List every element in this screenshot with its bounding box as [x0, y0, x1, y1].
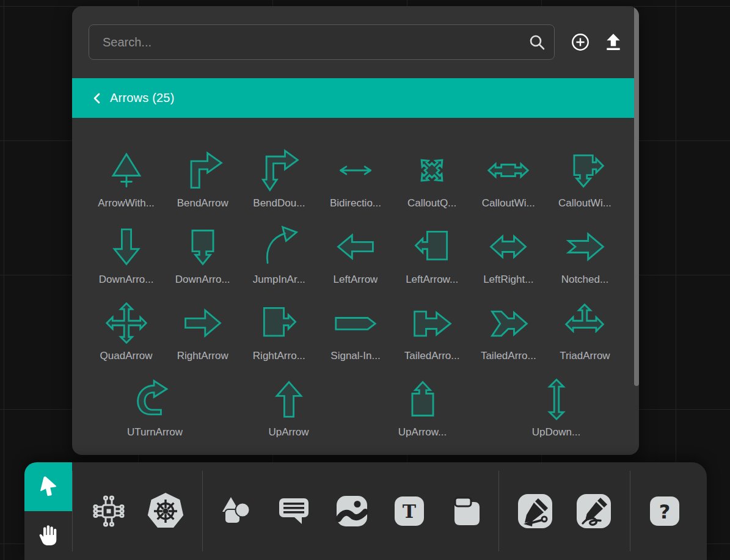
shape-item[interactable]: DownArro... [88, 225, 164, 286]
panel-scrollbar[interactable] [634, 6, 639, 386]
bend-double-arrow-icon [257, 148, 301, 192]
kubernetes-icon [146, 492, 185, 531]
shape-item[interactable]: UpDown... [518, 377, 594, 438]
shape-item[interactable]: BendArrow [164, 148, 241, 209]
search-icon [528, 33, 546, 51]
image-tool-button[interactable] [335, 494, 369, 528]
shape-label: DownArro... [175, 274, 230, 286]
shape-item[interactable]: CalloutQ... [394, 148, 470, 209]
shape-label: DownArro... [99, 274, 154, 286]
shape-item[interactable]: Notched... [547, 225, 623, 286]
up-arrow-icon [267, 377, 311, 421]
shape-grid: ArrowWith...BendArrowBendDou...Bidirecti… [72, 118, 639, 454]
shape-label: Bidirectio... [330, 197, 381, 209]
upload-icon[interactable] [604, 32, 623, 52]
hand-icon [36, 523, 60, 548]
help-tool-button[interactable]: ? [649, 495, 681, 527]
svg-text:T: T [403, 501, 417, 522]
arrow-with-tail-icon [104, 148, 148, 192]
note-tool-button[interactable] [450, 495, 483, 528]
shape-label: Notched... [561, 274, 609, 286]
circuit-tool-button[interactable] [90, 492, 128, 530]
triad-arrow-icon [563, 301, 607, 345]
category-header[interactable]: Arrows (25) [72, 78, 639, 118]
shape-item[interactable]: LeftRight... [470, 225, 547, 286]
right-arrow-callout-icon [257, 301, 301, 345]
text-tool-button[interactable]: T [393, 495, 425, 527]
bottom-toolbar: T? [24, 462, 707, 560]
shape-item[interactable]: UpArrow... [384, 377, 461, 438]
note-icon [450, 495, 483, 528]
bidirectional-arrow-icon [334, 148, 378, 192]
shape-label: CalloutWi... [558, 197, 611, 209]
left-arrow-icon [334, 225, 378, 269]
shape-label: ArrowWith... [98, 197, 155, 209]
search-input[interactable] [89, 24, 555, 60]
shape-item[interactable]: CalloutWi... [547, 148, 623, 209]
shape-item[interactable]: ArrowWith... [88, 148, 164, 209]
draw-arrow-tool-button[interactable] [517, 493, 553, 529]
pen-arrow-icon [517, 493, 553, 529]
shape-item[interactable]: Signal-In... [317, 301, 393, 362]
quad-arrow-icon [104, 301, 148, 345]
toolbar-group-3 [499, 462, 630, 560]
down-arrow-icon [104, 225, 148, 269]
shape-item[interactable]: RightArro... [241, 301, 317, 362]
tailed-arrow-icon [410, 301, 454, 345]
shape-item[interactable]: TailedArro... [394, 301, 470, 362]
select-tool-button[interactable] [24, 462, 72, 511]
shape-item[interactable]: LeftArrow... [394, 225, 470, 286]
up-down-arrow-icon [535, 377, 579, 421]
shapes-tool-button[interactable] [219, 494, 253, 528]
shape-label: UpArrow [268, 426, 308, 438]
shape-item[interactable]: UpArrow [250, 377, 327, 438]
panel-search-row [72, 6, 639, 60]
shape-item[interactable]: DownArro... [164, 225, 241, 286]
image-icon [335, 494, 369, 528]
shape-label: UTurnArrow [127, 426, 183, 438]
shape-item[interactable]: RightArrow [164, 301, 241, 362]
shape-item[interactable]: CalloutWi... [470, 148, 547, 209]
callout-wide-arrow-icon [486, 148, 530, 192]
shape-label: RightArrow [177, 350, 228, 362]
shape-label: CalloutQ... [407, 197, 456, 209]
toolbar-group-1 [73, 462, 202, 560]
chevron-left-icon [92, 92, 102, 104]
shape-item[interactable]: LeftArrow [317, 225, 393, 286]
shape-label: Signal-In... [330, 350, 380, 362]
left-arrow-callout-icon [410, 225, 454, 269]
draw-freehand-tool-button[interactable] [576, 493, 611, 529]
shape-label: QuadArrow [100, 350, 153, 362]
svg-text:?: ? [659, 500, 671, 523]
comment-tool-button[interactable] [277, 495, 310, 528]
shape-item[interactable]: TailedArro... [470, 301, 547, 362]
shape-label: CalloutWi... [482, 197, 535, 209]
down-arrow-callout-icon [181, 225, 225, 269]
pan-tool-button[interactable] [24, 511, 72, 560]
callout-quad-arrow-icon [410, 148, 454, 192]
category-title: Arrows (25) [110, 91, 175, 105]
bend-arrow-icon [181, 148, 225, 192]
shape-label: BendArrow [177, 197, 228, 209]
left-right-arrow-icon [486, 225, 530, 269]
shape-label: TailedArro... [404, 350, 460, 362]
shape-label: UpArrow... [398, 426, 447, 438]
add-circle-icon[interactable] [571, 32, 590, 52]
shape-item[interactable]: JumpInAr... [241, 225, 317, 286]
shape-item[interactable]: Bidirectio... [317, 148, 393, 209]
pen-freehand-icon [576, 493, 611, 529]
shape-item[interactable]: TriadArrow [547, 301, 623, 362]
shape-label: LeftArrow [334, 274, 378, 286]
signal-in-arrow-icon [334, 301, 378, 345]
comment-icon [277, 495, 310, 528]
shape-label: JumpInAr... [253, 274, 305, 286]
uturn-arrow-icon [133, 377, 177, 421]
cursor-icon [37, 476, 59, 498]
up-arrow-callout-icon [401, 377, 445, 421]
kubernetes-tool-button[interactable] [146, 492, 185, 531]
jump-in-arrow-icon [257, 225, 301, 269]
shape-item[interactable]: QuadArrow [88, 301, 164, 362]
shape-item[interactable]: UTurnArrow [117, 377, 193, 438]
shape-item[interactable]: BendDou... [241, 148, 317, 209]
shape-label: UpDown... [532, 426, 580, 438]
